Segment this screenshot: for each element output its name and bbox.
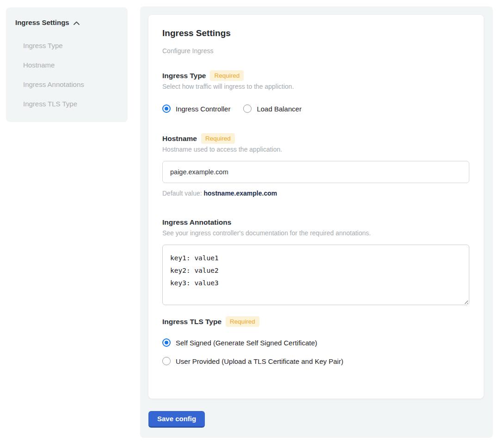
- hostname-input[interactable]: [162, 161, 469, 183]
- hostname-description: Hostname used to access the application.: [162, 145, 470, 153]
- sidebar-item-hostname[interactable]: Hostname: [15, 55, 128, 74]
- default-value-prefix: Default value:: [162, 190, 202, 197]
- radio-button-icon[interactable]: [243, 104, 252, 113]
- radio-self-signed[interactable]: Self Signed (Generate Self Signed Certif…: [162, 338, 470, 347]
- radio-user-provided[interactable]: User Provided (Upload a TLS Certificate …: [162, 357, 470, 365]
- sidebar-item-ingress-type[interactable]: Ingress Type: [15, 36, 128, 55]
- sidebar-section-title: Ingress Settings: [15, 18, 69, 26]
- ingress-annotations-section: Ingress Annotations See your ingress con…: [162, 217, 470, 305]
- sidebar-item-ingress-tls-type[interactable]: Ingress TLS Type: [15, 94, 128, 113]
- sidebar-section-header[interactable]: Ingress Settings: [15, 18, 128, 26]
- page-title: Ingress Settings: [162, 28, 470, 39]
- chevron-up-icon: [74, 21, 80, 25]
- ingress-annotations-description: See your ingress controller's documentat…: [162, 229, 470, 237]
- ingress-type-description: Select how traffic will ingress to the a…: [162, 82, 470, 91]
- radio-button-icon[interactable]: [162, 104, 171, 113]
- radio-button-icon[interactable]: [162, 357, 171, 365]
- ingress-tls-type-radio-group: Self Signed (Generate Self Signed Certif…: [162, 338, 470, 365]
- radio-label: Load Balancer: [257, 105, 301, 113]
- ingress-annotations-label: Ingress Annotations: [162, 217, 231, 227]
- page-subtitle: Configure Ingress: [162, 47, 470, 55]
- ingress-settings-card: Ingress Settings Configure Ingress Ingre…: [148, 15, 484, 399]
- sidebar-item-list: Ingress Type Hostname Ingress Annotation…: [15, 36, 128, 113]
- required-badge: Required: [210, 70, 244, 81]
- radio-ingress-controller[interactable]: Ingress Controller: [162, 104, 230, 113]
- radio-button-icon[interactable]: [162, 338, 171, 347]
- default-value-text: hostname.example.com: [204, 190, 277, 197]
- ingress-type-section: Ingress Type Required Select how traffic…: [162, 70, 470, 113]
- hostname-default-line: Default value: hostname.example.com: [162, 190, 470, 197]
- ingress-type-radio-group: Ingress Controller Load Balancer: [162, 104, 470, 113]
- ingress-annotations-textarea[interactable]: key1: value1 key2: value2 key3: value3: [162, 245, 469, 305]
- radio-label: Self Signed (Generate Self Signed Certif…: [176, 339, 317, 347]
- ingress-tls-type-label: Ingress TLS Type: [162, 317, 221, 327]
- save-config-button[interactable]: Save config: [148, 411, 205, 428]
- radio-label: User Provided (Upload a TLS Certificate …: [176, 357, 343, 365]
- ingress-tls-type-section: Ingress TLS Type Required Self Signed (G…: [162, 316, 470, 365]
- settings-panel: Ingress Settings Configure Ingress Ingre…: [140, 6, 493, 438]
- sidebar-item-ingress-annotations[interactable]: Ingress Annotations: [15, 74, 128, 94]
- radio-load-balancer[interactable]: Load Balancer: [243, 104, 301, 113]
- radio-label: Ingress Controller: [176, 105, 230, 113]
- ingress-type-label: Ingress Type: [162, 71, 206, 81]
- hostname-section: Hostname Required Hostname used to acces…: [162, 133, 470, 197]
- settings-sidebar: Ingress Settings Ingress Type Hostname I…: [6, 7, 128, 122]
- required-badge: Required: [201, 133, 235, 144]
- hostname-label: Hostname: [162, 134, 197, 144]
- required-badge: Required: [226, 316, 259, 327]
